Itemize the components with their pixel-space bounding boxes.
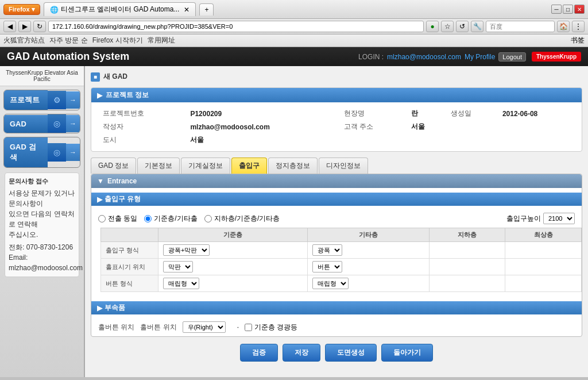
sidebar-gad-search-label: GAD 검색 [4, 137, 48, 167]
bookmark-1[interactable]: 火狐官方站点 [3, 36, 45, 45]
bookmark-4[interactable]: 常用网址 [148, 36, 175, 45]
row2-other: 버튼 막판 [307, 259, 429, 275]
search-bar[interactable] [486, 21, 555, 32]
sidebar-item-gad-search[interactable]: GAD 검색 ◎ → [3, 137, 80, 168]
author-value: mlzhao@modoosol.com [185, 120, 339, 133]
display-pos-base-select[interactable]: 막판 버튼 [163, 261, 193, 272]
tab-basic-info[interactable]: 기본정보 [137, 158, 180, 174]
project-no-label: 프로젝트번호 [98, 107, 185, 120]
sidebar-phone: 전화: 070-8730-1206 [9, 242, 75, 252]
base-landing-checkbox[interactable] [245, 324, 252, 331]
display-pos-other-select[interactable]: 버튼 막판 [312, 261, 342, 272]
sidebar: ThyssenKrupp Elevator Asia Pacific 프로젝트 … [0, 66, 85, 377]
button-type-base-select[interactable]: 매립형 돌출형 [163, 278, 199, 289]
entrance-type-other-select[interactable]: 광폭 협폭 [312, 244, 342, 256]
tab-favicon: 🌐 [50, 6, 59, 14]
close-button[interactable]: ✕ [574, 5, 585, 14]
city-label: 도시 [98, 133, 185, 147]
firefox-menu-button[interactable]: Firefox ▾ [3, 4, 40, 15]
tab-design[interactable]: 디자인정보 [319, 158, 368, 174]
hall-btn-label: 홀버튼 위치 [98, 323, 134, 332]
sidebar-item-project[interactable]: 프로젝트 ⚙ → [3, 90, 80, 110]
new-tab-button[interactable]: + [199, 3, 214, 16]
row1-top [505, 242, 582, 259]
row3-basement [429, 275, 505, 292]
content-area: ■ 새 GAD ▶ 프로젝트 정보 프로젝트번호 P1200209 현장명 란 … [85, 66, 588, 377]
sidebar-project-icon: ⚙ [48, 91, 66, 109]
radio-base-other-input[interactable] [144, 215, 152, 222]
tab-close[interactable]: ✕ [184, 6, 189, 14]
sidebar-info-text: 서용상 문제가 있거나 문의사항이있으면 다음의 연락처로 연락해주십시오. [9, 188, 75, 240]
refresh-button[interactable]: ↻ [33, 21, 46, 32]
base-landing-label[interactable]: 기준층 경광등 [245, 323, 297, 332]
page-title: 새 GAD [103, 72, 127, 82]
site-name-label: 현장명 [339, 107, 407, 120]
project-no-value: P1200209 [185, 107, 339, 120]
radio-basement[interactable]: 지하층/기준층/기타층 [204, 214, 280, 224]
table-row-button-type: 버튼 형식 매립형 돌출형 [101, 275, 582, 292]
sidebar-company: ThyssenKrupp Elevator Asia Pacific [0, 66, 84, 86]
col-header-other: 기타층 [307, 228, 429, 242]
star-button[interactable]: ☆ [441, 21, 454, 32]
bookmark-label: 书签 [571, 36, 585, 45]
row2-basement [429, 259, 505, 275]
tab-bar: GAD 정보 기본정보 기계실정보 출입구 정지층정보 디자인정보 [91, 158, 582, 174]
my-profile-link[interactable]: My Profile [465, 53, 495, 61]
back-button[interactable]: 돌아가기 [381, 344, 433, 362]
button-type-other-select[interactable]: 매립형 돌출형 [312, 278, 349, 289]
menu-button[interactable]: ⋮ [572, 21, 585, 32]
generate-button[interactable]: 도면생성 [325, 344, 377, 362]
forward-button[interactable]: ▶ [18, 21, 31, 32]
radio-all-same[interactable]: 전출 동일 [98, 214, 137, 224]
page-title-icon: ■ [91, 72, 100, 82]
save-button[interactable]: 저장 [283, 344, 320, 362]
table-row-entrance-type: 출입구 형식 광폭+막판 광폭 협폭 [101, 242, 582, 259]
tab-stop-floor[interactable]: 정지층정보 [268, 158, 318, 174]
exit-height-select[interactable]: 2100 2000 2200 [543, 213, 575, 224]
minimize-button[interactable]: ─ [551, 5, 562, 14]
verify-button[interactable]: 검증 [240, 344, 278, 362]
browser-tab[interactable]: 🌐 티센그루프 엘리베이터 GAD Automa... ✕ [44, 2, 196, 16]
tab-title: 티센그루프 엘리베이터 GAD Automa... [61, 5, 180, 14]
entrance-type-base-select[interactable]: 광폭+막판 광폭 협폭 [163, 244, 210, 256]
maximize-button[interactable]: □ [563, 5, 573, 14]
entrance-collapse-icon: ▼ [97, 177, 104, 185]
site-name-value: 란 [407, 107, 446, 120]
home-button[interactable]: 🏠 [557, 21, 570, 32]
sidebar-gad-icon: ◎ [48, 114, 66, 133]
sidebar-gad-search-arrow: → [66, 144, 80, 161]
tab-entrance[interactable]: 출입구 [231, 158, 267, 174]
radio-all-same-input[interactable] [98, 215, 106, 222]
sidebar-info: 문의사항 접수 서용상 문제가 있거나 문의사항이있으면 다음의 연락처로 연락… [5, 172, 79, 277]
tab-gad-info[interactable]: GAD 정보 [91, 158, 136, 174]
col-header-basement: 지하층 [429, 228, 505, 242]
row3-top [505, 275, 582, 292]
tools-icon[interactable]: 🔧 [471, 21, 483, 32]
reload-button[interactable]: ↺ [456, 21, 469, 32]
go-button[interactable]: ● [426, 21, 439, 32]
radio-base-other-label: 기준층/기타출 [154, 214, 197, 224]
radio-base-other[interactable]: 기준층/기타출 [144, 214, 197, 224]
sidebar-item-gad[interactable]: GAD ◎ → [3, 114, 80, 133]
row1-base: 광폭+막판 광폭 협폭 [158, 242, 308, 259]
col-header-base: 기준층 [158, 228, 308, 242]
tab-machine-room[interactable]: 기계실정보 [181, 158, 230, 174]
bookmark-2[interactable]: 자주 방문 순 [49, 36, 88, 45]
back-button[interactable]: ◀ [3, 21, 16, 32]
row2-top [505, 259, 582, 275]
hall-btn-select[interactable]: 우(Right) 좌(Left) 양측 [183, 321, 226, 333]
url-bar[interactable] [48, 21, 424, 32]
bookmark-3[interactable]: Firefox 시작하기 [92, 36, 143, 45]
select-wrap-button-base: 매립형 돌출형 [163, 278, 199, 289]
page-title-container: ■ 새 GAD [91, 72, 582, 82]
sidebar-email: Email: mlzhao@modoosol.com [9, 252, 75, 273]
project-info-table: 프로젝트번호 P1200209 현장명 란 생성일 2012-06-08 작성자… [98, 107, 575, 147]
entrance-type-header-icon: ▶ [97, 195, 102, 204]
radio-basement-input[interactable] [204, 215, 212, 222]
sidebar-gad-search-icon: ◎ [48, 143, 66, 162]
col-header-top: 최상층 [505, 228, 582, 242]
sidebar-project-label: 프로젝트 [4, 90, 48, 110]
logout-button[interactable]: Logout [498, 52, 526, 62]
project-info-row-2: 작성자 mlzhao@modoosol.com 고객 주소 서울 [98, 120, 575, 133]
entrance-header: ▼ Entrance [91, 174, 582, 188]
